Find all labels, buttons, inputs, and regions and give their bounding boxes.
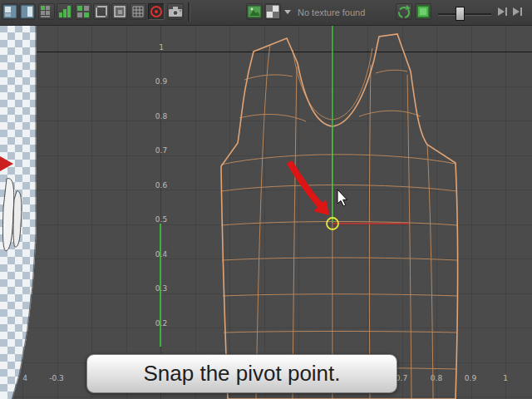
mouse-cursor-icon [337,190,347,206]
texture-dropdown-arrow-icon[interactable] [282,3,293,20]
uv-shell-wireframe[interactable] [221,34,458,399]
border-faces-icon[interactable] [111,3,128,20]
frame-forward-icon[interactable] [497,3,514,20]
uv-editor-toolbar: No texture found [0,0,532,26]
border-edges-icon[interactable] [93,3,110,20]
texture-status-label: No texture found [298,0,365,25]
uv-shell-on-model [13,191,22,247]
checker-display-icon[interactable] [264,3,281,20]
frame-end-icon[interactable] [512,3,529,20]
panel-split-icon[interactable] [19,3,36,20]
image-display-icon[interactable] [246,3,263,20]
image-range-slider-track[interactable] [438,13,491,16]
uv-overlay [0,25,532,399]
uv-snapshot-camera-icon[interactable] [167,3,184,20]
refresh-image-icon[interactable] [396,3,412,20]
toolbar-separator [188,2,190,22]
uv-grid-green-icon[interactable] [38,3,55,20]
use-image-icon[interactable] [415,3,431,20]
uv-shell-on-model [2,179,13,251]
grid-display-icon[interactable] [130,3,146,20]
tutorial-caption: Snap the pivot point. [86,354,397,393]
isolate-select-icon[interactable] [148,3,165,20]
uv-shell-border[interactable] [221,34,458,399]
image-range-slider-handle[interactable] [456,7,465,21]
uv-cells-icon[interactable] [75,3,91,20]
panel-layout-icon[interactable] [2,3,18,20]
uv-bars-icon[interactable] [57,3,73,20]
annotation-arrow-icon [291,165,329,215]
tutorial-caption-text: Snap the pivot point. [143,361,340,387]
annotation-arrow-left-icon [0,156,13,171]
uv-texture-editor-window: No texture found 1 0.9 0.8 0.7 0.6 0.5 0… [0,0,532,399]
